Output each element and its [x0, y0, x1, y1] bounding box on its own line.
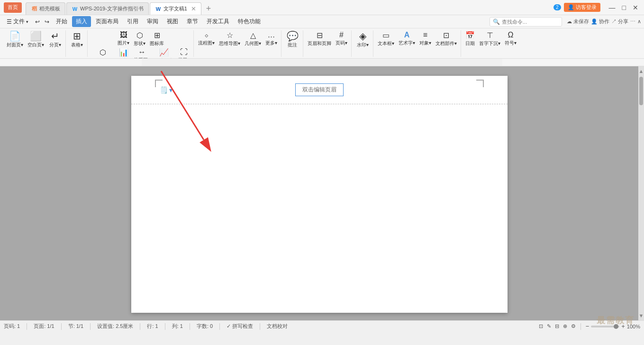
text-group: ▭ 文本框▾ A 艺术字▾ ≡ 对象▾ ⊡ 文档部件▾ — [374, 30, 461, 57]
iconlib-button[interactable]: ⊞ 图标库 — [148, 30, 166, 47]
iconlib-icon: ⊞ — [154, 31, 160, 40]
scroll-thumb[interactable] — [639, 77, 643, 105]
share-label[interactable]: ↗ 分享 — [611, 18, 628, 25]
page-break-button[interactable]: ↵ 分页▾ — [46, 30, 63, 49]
shape-icon: ⬡ — [136, 31, 143, 40]
geo-icon: △ — [250, 31, 256, 40]
menu-file[interactable]: ☰ 文件 ▾ — [3, 16, 32, 27]
command-search[interactable]: 🔍 — [490, 17, 562, 27]
chart-button[interactable]: 📊 图表▾ — [116, 47, 131, 59]
view-icon5[interactable]: ⚙ — [571, 323, 576, 329]
online-chart-button[interactable]: 📈 在线图表 — [153, 47, 175, 59]
tab-label-doc1: 文字文稿1 — [163, 5, 187, 12]
home-button[interactable]: 首页 — [4, 2, 22, 13]
tabs-area: 稻 稻壳模板 W WPS-2019-文字操作指引书 W 文字文稿1 ✕ + — [26, 0, 553, 15]
symbol-icon: Ω — [508, 31, 514, 39]
title-bar-left: 首页 — [4, 2, 22, 13]
align-button[interactable]: ≡ 对象▾ — [417, 30, 433, 47]
new-tab-button[interactable]: + — [202, 2, 215, 15]
maximize-button[interactable]: □ — [620, 3, 628, 12]
view-icon3[interactable]: ⊟ — [555, 323, 559, 329]
title-bar-right: 2 👤 访客登录 — □ ✕ — [553, 3, 640, 12]
image-button[interactable]: 🖼 图片▾ — [116, 30, 131, 47]
firstline-button[interactable]: ⊤ 首字下沉▾ — [477, 30, 502, 47]
geo-button[interactable]: △ 几何图▾ — [243, 30, 263, 47]
doc-verify-label[interactable]: 文档校对 — [267, 323, 288, 330]
shape-button[interactable]: ⬡ 形状▾ — [132, 30, 147, 47]
symbol-button[interactable]: Ω 符号▾ — [503, 30, 518, 47]
table-icon: ⊞ — [73, 31, 81, 41]
redo-button[interactable]: ↪ — [43, 17, 51, 27]
tab-doc1[interactable]: W 文字文稿1 ✕ — [150, 2, 201, 15]
watermark-group: ◈ 水印▾ — [352, 30, 373, 57]
cover-page-button[interactable]: 📄 封面页▾ — [5, 30, 25, 49]
art-text-button[interactable]: A 艺术字▾ — [397, 30, 417, 47]
toolbar: 📄 封面页▾ ⬜ 空白页▾ ↵ 分页▾ ⊞ 表格▾ 🖼 图片▾ — [0, 28, 644, 59]
settings-label: 设置值: 2.5厘米 — [97, 323, 133, 330]
menu-features[interactable]: 特色功能 — [234, 16, 264, 27]
pagecode-button[interactable]: # 页码▾ — [334, 30, 349, 47]
header-corner-tr — [476, 80, 484, 87]
pages-row: 📄 封面页▾ ⬜ 空白页▾ ↵ 分页▾ — [5, 30, 63, 49]
blank-page-button[interactable]: ⬜ 空白页▾ — [26, 30, 46, 49]
menu-start[interactable]: 开始 — [52, 16, 71, 27]
col-label: 列: 1 — [172, 323, 183, 330]
tab-close-doc1[interactable]: ✕ — [191, 5, 196, 12]
status-sep6 — [190, 323, 190, 330]
view-icon4[interactable]: ⊕ — [563, 323, 567, 329]
more-options[interactable]: ⋯ — [630, 18, 635, 25]
watermark-button[interactable]: ◈ 水印▾ — [354, 30, 371, 49]
search-input[interactable] — [502, 19, 559, 25]
headerfooter-group: ⊟ 页眉和页脚 # 页码▾ — [304, 30, 352, 57]
scroll-down-button[interactable]: ▼ — [638, 311, 644, 320]
menu-insert[interactable]: 插入 — [72, 16, 91, 27]
menu-view[interactable]: 视图 — [163, 16, 182, 27]
textbox-icon: ▭ — [382, 31, 390, 40]
doc-icon-button[interactable]: 🗒️ ▾ — [160, 86, 173, 94]
headerfooter-button[interactable]: ⊟ 页眉和页脚 — [306, 30, 333, 47]
file-dropdown-icon: ▾ — [26, 19, 28, 24]
relation-button[interactable]: ↔ 关系图▾ — [132, 47, 152, 59]
view-icon2[interactable]: ✎ — [547, 323, 551, 329]
spell-check-label[interactable]: ✓ 拼写检查 — [227, 323, 253, 330]
minimize-button[interactable]: — — [607, 3, 617, 12]
smartshape-button[interactable]: ⬡ 智能图形▾ — [90, 47, 115, 59]
collapse-ribbon[interactable]: ∧ — [637, 18, 641, 25]
tab-template[interactable]: 稻 稻壳模板 — [26, 2, 65, 15]
page-num-label: 页码: 1 — [4, 323, 20, 330]
menu-dev[interactable]: 开发工具 — [203, 16, 233, 27]
scroll-up-button[interactable]: ▲ — [638, 66, 644, 76]
date-button[interactable]: 📅 日期 — [463, 30, 477, 47]
page-header-area[interactable]: 🗒️ ▾ 双击编辑页眉 — [131, 76, 508, 104]
zoom-out-button[interactable]: − — [586, 323, 590, 330]
more-button[interactable]: … 更多▾ — [263, 30, 279, 47]
mindmap-button[interactable]: ☆ 思维导图▾ — [217, 30, 242, 47]
menu-bar: ☰ 文件 ▾ ↩ ↪ 开始 插入 页面布局 引用 审阅 视图 章节 开发工具 特… — [0, 15, 644, 28]
note-button[interactable]: 💬 批注 — [284, 30, 301, 49]
docparts-button[interactable]: ⊡ 文档部件▾ — [434, 30, 459, 47]
relation-icon: ↔ — [138, 48, 146, 56]
flowchart-button[interactable]: ⬦ 流程图▾ — [196, 30, 217, 47]
branding-watermark: 最需教育 — [597, 315, 635, 326]
header-edit-hint[interactable]: 双击编辑页眉 — [295, 83, 344, 96]
textbox-button[interactable]: ▭ 文本框▾ — [376, 30, 396, 47]
document-scroll[interactable]: 🗒️ ▾ 双击编辑页眉 — [0, 66, 638, 320]
menu-layout[interactable]: 页面布局 — [92, 16, 122, 27]
collab-label[interactable]: 👤 协作 — [591, 18, 609, 25]
menu-reference[interactable]: 引用 — [123, 16, 142, 27]
login-button[interactable]: 👤 访客登录 — [564, 3, 600, 12]
menu-chapter[interactable]: 章节 — [183, 16, 202, 27]
table-button[interactable]: ⊞ 表格▾ — [68, 30, 85, 49]
menu-review[interactable]: 审阅 — [143, 16, 162, 27]
screenshot-icon: ⛶ — [180, 48, 188, 56]
screenshot-button[interactable]: ⛶ 截屏▾ — [176, 47, 191, 59]
undo-button[interactable]: ↩ — [33, 17, 42, 27]
notification-badge[interactable]: 2 — [553, 4, 561, 10]
headerfooter-icon: ⊟ — [317, 31, 323, 40]
cover-page-icon: 📄 — [9, 31, 21, 41]
close-button[interactable]: ✕ — [631, 3, 640, 12]
view-icon1[interactable]: ⊡ — [539, 323, 543, 329]
vertical-scrollbar[interactable]: ▲ ▼ — [638, 66, 644, 320]
tab-wps-guide[interactable]: W WPS-2019-文字操作指引书 — [66, 2, 149, 15]
status-sep7 — [219, 323, 220, 330]
